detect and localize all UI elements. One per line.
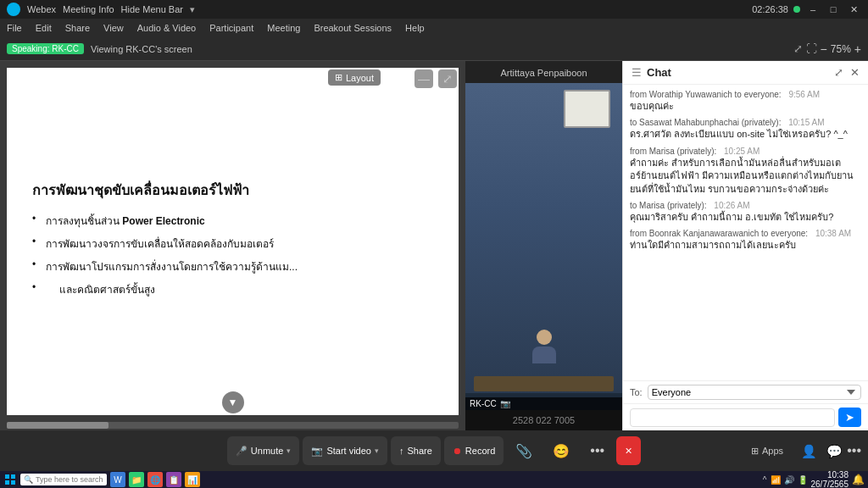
hide-menu-bar-btn[interactable]: Hide Menu Bar xyxy=(121,4,183,14)
taskbar-icon-1[interactable]: W xyxy=(110,472,125,487)
apps-label: Apps xyxy=(762,446,783,456)
minimize-presentation-icon[interactable]: — xyxy=(415,69,433,88)
presenter-desk xyxy=(474,376,614,391)
close-btn[interactable]: ✕ xyxy=(846,4,861,15)
system-tray-expand-icon[interactable]: ^ xyxy=(763,475,767,485)
svg-rect-0 xyxy=(5,474,9,479)
volume-icon: 🔊 xyxy=(784,475,794,485)
start-button[interactable] xyxy=(3,473,17,486)
taskbar-icon-4[interactable]: 📋 xyxy=(166,472,181,487)
rk-cc-name: RK-CC xyxy=(470,399,497,408)
expand-icon[interactable]: ⤢ xyxy=(793,42,803,55)
chat-send-button[interactable]: ➤ xyxy=(838,408,861,427)
menu-meeting[interactable]: Meeting xyxy=(267,23,300,33)
menu-breakout[interactable]: Breakout Sessions xyxy=(314,23,392,33)
menu-participant[interactable]: Participant xyxy=(209,23,253,33)
video-chevron-icon[interactable]: ▾ xyxy=(375,446,379,455)
menu-help[interactable]: Help xyxy=(405,23,425,33)
more-toolbar-button[interactable]: ••• xyxy=(847,443,861,458)
status-dot xyxy=(793,6,800,13)
emoji-button[interactable]: 😊 xyxy=(544,436,578,465)
record-button[interactable]: ⏺ Record xyxy=(444,436,504,465)
phone-display: 2528 022 7005 xyxy=(465,410,622,430)
share-button[interactable]: ↑ Share xyxy=(391,436,441,465)
taskbar: 🔍 W 📁 🌐 📋 📊 ^ 📶 🔊 🔋 10:38 26/7/2565 🔔 xyxy=(0,471,868,488)
chat-toolbar-button[interactable]: 💬 xyxy=(826,442,843,460)
chat-popout-icon[interactable]: ⤢ xyxy=(834,66,843,79)
attachment-button[interactable]: 📎 xyxy=(507,436,541,465)
slide-bullets: การลงทุนชิ้นส่วน Power Electronic การพัฒ… xyxy=(32,213,433,297)
search-input[interactable] xyxy=(36,475,103,484)
taskbar-search[interactable]: 🔍 xyxy=(20,474,107,485)
maximize-btn[interactable]: □ xyxy=(826,4,841,14)
zoom-plus-btn[interactable]: + xyxy=(854,42,861,56)
share-icon: ↑ xyxy=(399,446,404,456)
people-icon: 👤 xyxy=(801,444,817,458)
menu-edit[interactable]: Edit xyxy=(36,23,52,33)
menu-share[interactable]: Share xyxy=(65,23,90,33)
svg-rect-1 xyxy=(11,474,15,479)
clock-taskbar[interactable]: 10:38 26/7/2565 xyxy=(811,470,849,488)
record-label: Record xyxy=(465,446,495,456)
chat-close-icon[interactable]: ✕ xyxy=(850,66,860,79)
msg-text-3: คำถามค่ะ สำหรับการเลือกน้ำมันหล่อลื่นสำห… xyxy=(630,157,861,196)
more-options-button[interactable]: ••• xyxy=(581,436,613,465)
chat-message-input[interactable] xyxy=(630,408,835,427)
people-button[interactable]: 👤 xyxy=(801,442,817,460)
ellipsis-icon: ••• xyxy=(590,443,604,458)
subbar-controls: ⤢ ⛶ − 75% + xyxy=(793,42,861,56)
layout-label: Layout xyxy=(346,73,374,83)
taskbar-right: ^ 📶 🔊 🔋 10:38 26/7/2565 🔔 xyxy=(763,470,865,488)
apps-button[interactable]: ⊞ Apps xyxy=(751,446,783,457)
start-video-label: Start video xyxy=(326,446,371,456)
end-meeting-button[interactable]: ✕ xyxy=(616,436,641,465)
search-icon: 🔍 xyxy=(24,475,33,484)
video-name-bar: RK-CC 📷 xyxy=(465,397,622,410)
message-4: to Marisa (privately): 10:26 AM คุณมาริส… xyxy=(630,201,861,224)
taskbar-left: 🔍 W 📁 🌐 📋 📊 xyxy=(3,472,200,487)
bullet-3: การพัฒนาโปรแกรมการสั่งงานโดยการใช้ความรู… xyxy=(32,258,433,274)
room-background xyxy=(465,83,622,393)
menu-audio-video[interactable]: Audio & Video xyxy=(137,23,197,33)
message-1: from Worathip Yuwawanich to everyone: 9:… xyxy=(630,90,861,113)
camera-icon: 📷 xyxy=(500,399,510,408)
expand-arrow-icon: ▾ xyxy=(190,4,195,15)
bullet-1: การลงทุนชิ้นส่วน Power Electronic xyxy=(32,213,433,229)
unmute-chevron-icon[interactable]: ▾ xyxy=(287,446,291,455)
slide-title: การพัฒนาชุดขับเคลื่อนมอเตอร์ไฟฟ้า xyxy=(32,180,433,201)
notification-icon[interactable]: 🔔 xyxy=(852,474,865,485)
taskbar-date: 26/7/2565 xyxy=(811,480,849,488)
msg-sender-5: from Boonrak Kanjanawarawanich to everyo… xyxy=(630,229,861,238)
taskbar-icon-2[interactable]: 📁 xyxy=(129,472,144,487)
emoji-icon: 😊 xyxy=(553,443,570,459)
video-panel: Artittaya Penpaiboon RK-CC 📷 xyxy=(465,61,622,430)
chat-panel: ☰ Chat ⤢ ✕ from Worathip Yuwawanich to e… xyxy=(622,61,868,430)
msg-sender-2: to Sasawat Mahabunphachai (privately): 1… xyxy=(630,118,861,127)
network-icon: 📶 xyxy=(771,475,781,485)
layout-button[interactable]: ⊞ Layout xyxy=(328,69,381,86)
menu-bar: File Edit Share View Audio & Video Parti… xyxy=(0,19,868,37)
taskbar-icon-3[interactable]: 🌐 xyxy=(147,472,163,487)
slide-scrollbar[interactable] xyxy=(7,422,459,429)
slide-scrollbar-thumb[interactable] xyxy=(7,422,108,429)
chevron-down-button[interactable]: ▼ xyxy=(222,391,244,413)
fullscreen-icon[interactable]: ⛶ xyxy=(806,42,817,55)
layout-grid-icon: ⊞ xyxy=(335,72,342,83)
chat-expand-icon: ☰ xyxy=(632,66,642,79)
top-bar: Webex Meeting Info Hide Menu Bar ▾ 02:26… xyxy=(0,0,868,19)
video-off-icon: 📷 xyxy=(311,446,323,457)
taskbar-icon-5[interactable]: 📊 xyxy=(185,472,200,487)
meeting-info-btn[interactable]: Meeting Info xyxy=(63,4,114,14)
chat-recipient-select[interactable]: Everyone Host only xyxy=(648,385,861,400)
topbar-right: 02:26:38 – □ ✕ xyxy=(752,4,861,15)
microphone-muted-icon: 🎤 xyxy=(236,446,248,457)
clock-display: 02:26:38 xyxy=(752,4,788,14)
minimize-btn[interactable]: – xyxy=(805,4,821,14)
start-video-button[interactable]: 📷 Start video ▾ xyxy=(303,436,387,465)
popout-presentation-icon[interactable]: ⤢ xyxy=(438,69,457,88)
menu-view[interactable]: View xyxy=(103,23,124,33)
zoom-minus-btn[interactable]: − xyxy=(821,42,827,56)
menu-file[interactable]: File xyxy=(7,23,22,33)
unmute-button[interactable]: 🎤 Unmute ▾ xyxy=(227,436,300,465)
zoom-level: 75% xyxy=(831,43,851,55)
